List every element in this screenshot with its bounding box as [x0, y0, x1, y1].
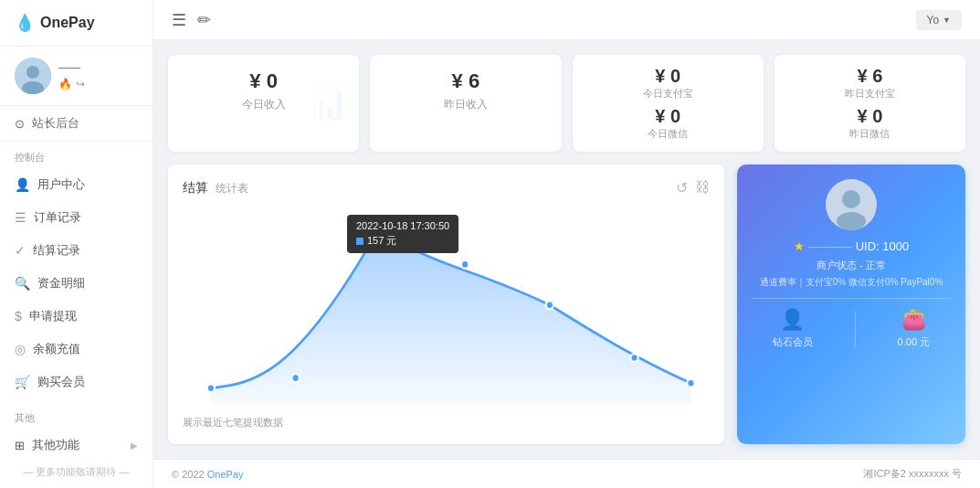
sidebar-item-fund-details[interactable]: 🔍 资金明细 — [0, 267, 153, 300]
sidebar-item-order-records[interactable]: ☰ 订单记录 — [0, 201, 153, 234]
admin-link[interactable]: ⊙ 站长后台 — [0, 106, 153, 142]
membership-icon: 🛒 — [15, 375, 30, 389]
chart-card: 结算 统计表 ↺ ⛓ — [168, 164, 724, 444]
yesterday-income-label: 昨日收入 — [444, 97, 488, 112]
sidebar-item-apply-withdraw[interactable]: $ 申请提现 — [0, 300, 153, 333]
profile-card-status: 商户状态 - 正常 — [752, 259, 951, 272]
svg-point-3 — [207, 384, 215, 392]
chart-title-group: 结算 统计表 — [183, 179, 248, 196]
svg-point-6 — [461, 260, 469, 269]
yesterday-income-amount: ¥ 6 — [452, 69, 480, 93]
sidebar-bottom-text: — 更多功能敬请期待 — — [0, 465, 153, 479]
today-alipay-row: ¥ 0 今日支付宝 — [595, 66, 742, 101]
wallet-icon: 👛 — [901, 308, 926, 332]
chevron-right-icon: ▶ — [131, 440, 138, 451]
sidebar-profile: —— 🔥 ↪ — [0, 47, 153, 106]
footer-copyright: © 2022 OnePay — [172, 469, 243, 480]
admin-link-label: 站长后台 — [32, 115, 79, 132]
footer-icp-text: 湘ICP备2 — [863, 468, 905, 479]
chart-header: 结算 统计表 ↺ ⛓ — [183, 179, 710, 196]
order-icon: ☰ — [15, 210, 26, 225]
chart-title: 结算 — [183, 180, 208, 195]
topbar: ☰ ✏ Yo ▼ — [153, 0, 980, 40]
sidebar-item-buy-membership[interactable]: 🛒 购买会员 — [0, 366, 153, 398]
sidebar-item-user-center[interactable]: 👤 用户中心 — [0, 168, 153, 201]
today-wechat-label: 今日微信 — [648, 127, 688, 141]
sidebar-item-other-functions[interactable]: ⊞ 其他功能 ▶ — [0, 429, 153, 461]
topbar-user-button[interactable]: Yo ▼ — [916, 10, 963, 30]
footer-icp: 湘ICP备2 xxxxxxxx 号 — [863, 467, 962, 481]
topbar-dropdown-icon: ▼ — [943, 16, 951, 25]
yesterday-wechat-amount: ¥ 0 — [857, 106, 882, 127]
card-bg-icon: 📊 — [311, 86, 348, 121]
content-area: 📊 ¥ 0 今日收入 ¥ 6 昨日收入 ¥ 0 今日支付宝 ¥ 0 今日微信 — [153, 40, 980, 459]
card-divider — [752, 298, 951, 299]
topbar-right: Yo ▼ — [916, 10, 963, 30]
svg-point-4 — [292, 374, 300, 382]
sidebar: 💧 OnePay —— 🔥 ↪ ⊙ 站长后台 控制台 👤 用户中心 ☰ 订单记录 — [0, 0, 153, 488]
yesterday-wechat-label: 昨日微信 — [849, 127, 890, 141]
topbar-left: ☰ ✏ — [172, 10, 211, 30]
logo-icon: 💧 — [15, 13, 35, 33]
svg-point-12 — [837, 212, 866, 230]
more-features-text: — 更多功能敬请期待 — — [23, 466, 129, 477]
svg-point-9 — [687, 379, 694, 387]
stats-row: 📊 ¥ 0 今日收入 ¥ 6 昨日收入 ¥ 0 今日支付宝 ¥ 0 今日微信 — [168, 55, 965, 152]
profile-card-rates: 通道费率｜支付宝0% 微信支付0% PayPal0% — [752, 276, 951, 289]
today-alipay-label: 今日支付宝 — [643, 87, 693, 101]
chart-svg — [183, 206, 710, 408]
profile-card-avatar — [826, 179, 877, 230]
main-content: ☰ ✏ Yo ▼ 📊 ¥ 0 今日收入 ¥ 6 昨日收入 ¥ 0 — [153, 0, 980, 488]
yesterday-payment-card: ¥ 6 昨日支付宝 ¥ 0 昨日微信 — [775, 55, 965, 152]
yesterday-income-card: ¥ 6 昨日收入 — [370, 55, 561, 152]
avatar — [15, 58, 51, 94]
footer-icp-number: xxxxxxxx — [909, 468, 949, 479]
logout-icon[interactable]: ↪ — [76, 78, 85, 90]
section-label: 控制台 — [0, 142, 153, 168]
other-func-label: 其他功能 — [32, 437, 79, 453]
balance-action[interactable]: 👛 0.00 元 — [898, 308, 930, 349]
footer-brand: OnePay — [207, 469, 244, 480]
membership-action[interactable]: 👤 钻石会员 — [773, 308, 813, 349]
logo: 💧 OnePay — [0, 0, 153, 47]
svg-point-11 — [842, 190, 860, 208]
chart-subtitle: 统计表 — [216, 182, 248, 195]
user-profile-card: ★ ———— UID: 1000 商户状态 - 正常 通道费率｜支付宝0% 微信… — [737, 164, 965, 444]
chart-container: 2022-10-18 17:30:50 157 元 — [183, 206, 710, 408]
link-icon[interactable]: ⛓ — [695, 179, 710, 196]
profile-username: —— — [58, 61, 138, 74]
sidebar-label-apply-withdraw: 申请提现 — [29, 308, 77, 324]
membership-action-label: 钻石会员 — [773, 335, 813, 349]
profile-uid-number: UID: 1000 — [856, 239, 910, 253]
footer: © 2022 OnePay 湘ICP备2 xxxxxxxx 号 — [153, 459, 980, 488]
vertical-divider — [855, 311, 856, 347]
edit-icon[interactable]: ✏ — [197, 10, 211, 30]
chart-actions: ↺ ⛓ — [676, 179, 710, 196]
sidebar-item-balance-recharge[interactable]: ◎ 余额充值 — [0, 333, 153, 366]
today-income-card: 📊 ¥ 0 今日收入 — [168, 55, 359, 152]
footer-icp-suffix: 号 — [952, 468, 962, 479]
admin-icon: ⊙ — [15, 117, 25, 131]
sidebar-label-fund-details: 资金明细 — [37, 275, 85, 292]
svg-point-7 — [546, 301, 553, 309]
svg-point-8 — [630, 354, 638, 362]
fund-icon: 🔍 — [15, 276, 30, 291]
settlement-icon: ✓ — [15, 243, 26, 258]
alipay-stats-card: ¥ 0 今日支付宝 ¥ 0 今日微信 — [573, 55, 764, 152]
membership-action-icon: 👤 — [780, 308, 805, 332]
fire-icon[interactable]: 🔥 — [58, 78, 72, 90]
today-wechat-row: ¥ 0 今日微信 — [595, 106, 742, 141]
other-func-icon: ⊞ — [15, 439, 25, 452]
today-wechat-amount: ¥ 0 — [655, 106, 680, 127]
menu-icon[interactable]: ☰ — [172, 10, 186, 30]
svg-point-1 — [26, 66, 39, 79]
sidebar-item-settlement-records[interactable]: ✓ 结算记录 — [0, 234, 153, 267]
profile-card-actions: 👤 钻石会员 👛 0.00 元 — [752, 308, 951, 349]
today-income-amount: ¥ 0 — [249, 69, 278, 93]
sidebar-label-buy-membership: 购买会员 — [37, 374, 85, 390]
yesterday-wechat-row: ¥ 0 昨日微信 — [796, 106, 943, 141]
refresh-icon[interactable]: ↺ — [676, 179, 688, 196]
svg-point-5 — [375, 221, 385, 231]
yesterday-alipay-row: ¥ 6 昨日支付宝 — [796, 66, 943, 101]
balance-action-label: 0.00 元 — [898, 335, 930, 349]
